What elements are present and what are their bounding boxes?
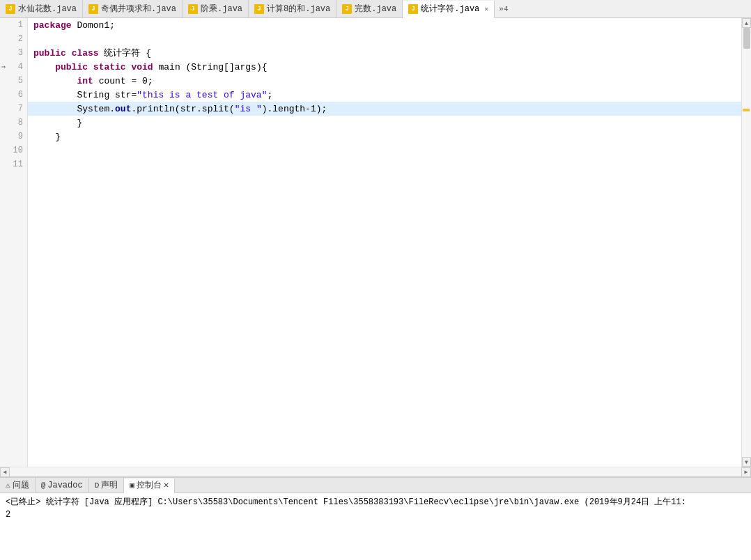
panel-tab-bar: ⚠问题@JavadocD声明▣控制台✕ [0,478,751,493]
token-kw: static [93,62,126,72]
tab-label: 完数.java [355,3,396,15]
token-plain [126,62,132,72]
token-kw: int [77,76,93,86]
code-line-10[interactable] [28,143,741,157]
token-plain: 统计字符 { [99,47,151,59]
line-number-5: 5 [0,74,27,88]
console-line: <已终止> 统计字符 [Java 应用程序] C:\Users\35583\Do… [6,496,745,508]
token-plain: } [33,118,82,128]
panel-tab-icon-javadoc: @ [41,481,46,490]
code-line-2[interactable] [28,32,741,46]
h-scroll-track[interactable] [10,467,741,477]
token-plain: ; [267,90,272,100]
tab-label: 计算8的和.java [267,3,330,15]
horizontal-scrollbar[interactable]: ◀ ▶ [0,467,751,476]
h-scroll-right[interactable]: ▶ [741,467,751,477]
right-scrollbar[interactable]: ▲ ▼ [741,18,751,467]
line-number-10: 10 [0,143,27,157]
token-plain: } [33,132,61,142]
java-file-icon: J [254,4,264,14]
code-line-1[interactable]: package Domon1; [28,18,741,32]
line-number-3: 3 [0,46,27,60]
scroll-up-arrow[interactable]: ▲ [742,18,751,28]
code-line-11[interactable] [28,157,741,171]
tab-label: 统计字符.java [421,3,479,15]
h-scroll-left[interactable]: ◀ [0,467,10,477]
token-plain [33,76,77,86]
line-number-9: 9 [0,130,27,143]
tab-label: 奇偶并项求和.java [101,3,176,15]
line-numbers: 123⇒4567891011 [0,18,27,171]
tab-label: 阶乘.java [201,3,242,15]
tab-narcissus[interactable]: J水仙花数.java [0,0,83,17]
java-file-icon: J [6,4,15,14]
line-number-gutter: 123⇒4567891011 [0,18,28,467]
token-kw: public [33,48,66,59]
token-kw: class [72,48,99,59]
panel-tab-close-button[interactable]: ✕ [164,480,169,490]
code-line-4[interactable]: public static void main (String[]args){ [28,60,741,74]
panel-tab-console[interactable]: ▣控制台✕ [124,479,175,493]
tab-factorial[interactable]: J阶乘.java [183,0,249,17]
token-plain: String str= [33,90,137,100]
token-plain [66,48,72,59]
code-line-3[interactable]: public class 统计字符 { [28,46,741,60]
token-plain: .println(str.split( [131,104,234,114]
java-file-icon: J [188,4,198,14]
tab-odd-sum[interactable]: J奇偶并项求和.java [83,0,183,17]
panel-tab-icon-console: ▣ [130,481,134,490]
token-str: "is " [235,104,262,114]
line-number-4: ⇒4 [0,60,27,74]
token-kw: void [131,62,153,72]
editor-container: 123⇒4567891011 package Domon1; public cl… [0,18,751,467]
code-line-8[interactable]: } [28,116,741,130]
token-plain: count = 0; [93,76,153,86]
line-number-8: 8 [0,116,27,130]
token-kw: public [55,62,88,72]
panel-tab-javadoc[interactable]: @Javadoc [36,478,89,492]
panel-tab-label: Javadoc [47,481,82,490]
token-str: "this is a test of java" [137,90,267,100]
code-line-9[interactable]: } [28,130,741,143]
console-content: <已终止> 统计字符 [Java 应用程序] C:\Users\35583\Do… [0,493,751,560]
token-kw: package [33,20,72,31]
panel-tab-icon-declaration: D [95,481,100,490]
panel-tab-icon-problems: ⚠ [6,481,10,490]
tab-label: 水仙花数.java [18,3,77,15]
tab-overflow[interactable]: »4 [495,5,512,13]
token-kw2: out [115,104,131,114]
token-plain: main (String[]args){ [153,62,268,72]
console-line: 2 [6,508,745,521]
code-line-6[interactable]: String str="this is a test of java"; [28,88,741,102]
tab-stat-char[interactable]: J统计字符.java✕ [403,1,495,18]
line-number-11: 11 [0,157,27,171]
line-number-6: 6 [0,88,27,102]
java-file-icon: J [88,4,98,14]
line-number-2: 2 [0,32,27,46]
panel-tab-problems[interactable]: ⚠问题 [0,478,36,492]
token-plain: System. [33,104,115,114]
code-lines: package Domon1; public class 统计字符 { publ… [28,18,741,171]
token-plain: Domon1; [72,20,115,31]
token-plain [88,62,93,72]
java-file-icon: J [408,4,418,14]
panel-tab-label: 问题 [13,479,29,491]
bottom-panel: ⚠问题@JavadocD声明▣控制台✕ <已终止> 统计字符 [Java 应用程… [0,476,751,560]
tab-sum8[interactable]: J计算8的和.java [249,0,336,17]
tab-bar: J水仙花数.javaJ奇偶并项求和.javaJ阶乘.javaJ计算8的和.jav… [0,0,751,18]
token-plain: ).length-1); [262,104,327,114]
panel-tab-label: 声明 [101,479,118,491]
warning-marker [743,109,750,111]
scroll-down-arrow[interactable]: ▼ [742,457,751,467]
code-line-7[interactable]: System.out.println(str.split("is ").leng… [28,102,741,116]
token-plain [33,62,55,72]
tab-perfect[interactable]: J完数.java [336,0,403,17]
tab-close-button[interactable]: ✕ [484,5,488,13]
code-area[interactable]: package Domon1; public class 统计字符 { publ… [28,18,741,467]
line-number-1: 1 [0,18,27,32]
scrollbar-thumb[interactable] [743,28,750,49]
code-line-5[interactable]: int count = 0; [28,74,741,88]
java-file-icon: J [342,4,352,14]
panel-tab-declaration[interactable]: D声明 [89,478,125,492]
line-number-7: 7 [0,102,27,116]
